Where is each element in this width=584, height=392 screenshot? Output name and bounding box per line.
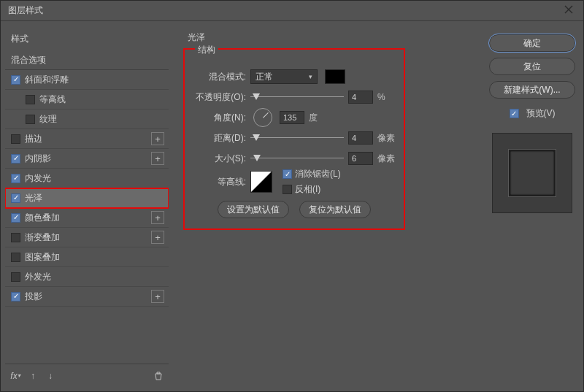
color-swatch[interactable] xyxy=(325,69,345,84)
main-panel: 光泽 结构 混合模式: 正常 ▾ 不透明度(O): xyxy=(173,21,481,391)
opacity-slider[interactable] xyxy=(250,91,344,103)
structure-group: 结构 混合模式: 正常 ▾ 不透明度(O): % xyxy=(183,48,405,230)
sidebar-item-label: 图案叠加 xyxy=(25,251,169,264)
antialias-checkbox[interactable]: 消除锯齿(L) xyxy=(283,168,341,180)
invert-checkbox[interactable]: 反相(I) xyxy=(283,183,341,196)
close-button[interactable] xyxy=(554,1,583,21)
chevron-down-icon: ▾ xyxy=(309,73,312,80)
sidebar-item-label: 光泽 xyxy=(25,192,169,204)
checkbox-icon[interactable] xyxy=(11,253,20,262)
sidebar-footer: fx▾ ↑ ↓ xyxy=(5,364,169,387)
arrow-up-icon[interactable]: ↑ xyxy=(27,370,39,382)
distance-input[interactable] xyxy=(348,131,373,145)
titlebar: 图层样式 xyxy=(1,1,583,21)
styles-sidebar: 样式 混合选项 斜面和浮雕等高线纹理描边+内阴影+内发光光泽颜色叠加+渐变叠加+… xyxy=(1,21,173,391)
reset-button[interactable]: 复位 xyxy=(489,58,575,75)
sidebar-item-label: 描边 xyxy=(25,133,151,145)
close-icon xyxy=(564,5,573,16)
sidebar-item-2[interactable]: 纹理 xyxy=(5,109,169,129)
fx-icon[interactable]: fx▾ xyxy=(9,370,21,382)
blend-mode-label: 混合模式: xyxy=(192,71,246,83)
preview-inner xyxy=(509,150,556,196)
checkbox-icon xyxy=(283,185,292,194)
styles-header: 样式 xyxy=(5,28,169,50)
blend-mode-select[interactable]: 正常 ▾ xyxy=(250,69,318,84)
add-effect-icon[interactable]: + xyxy=(151,290,164,303)
right-column: 确定 复位 新建样式(W)... 预览(V) xyxy=(481,21,583,391)
sidebar-item-3[interactable]: 描边+ xyxy=(5,129,169,149)
angle-unit: 度 xyxy=(309,112,328,124)
checkbox-icon xyxy=(283,169,292,179)
checkbox-icon[interactable] xyxy=(11,213,20,223)
opacity-unit: % xyxy=(377,92,396,102)
sidebar-item-4[interactable]: 内阴影+ xyxy=(5,149,169,169)
checkbox-icon[interactable] xyxy=(11,233,20,242)
checkbox-icon[interactable] xyxy=(11,272,20,282)
new-style-button[interactable]: 新建样式(W)... xyxy=(489,81,575,99)
blend-mode-value: 正常 xyxy=(256,71,273,83)
sidebar-item-0[interactable]: 斜面和浮雕 xyxy=(5,70,169,90)
panel-title: 光泽 xyxy=(188,31,472,44)
sidebar-item-9[interactable]: 图案叠加 xyxy=(5,247,169,267)
checkbox-icon[interactable] xyxy=(11,154,20,164)
size-label: 大小(S): xyxy=(192,153,246,165)
sidebar-item-label: 内阴影 xyxy=(25,153,151,165)
angle-dial[interactable] xyxy=(253,108,272,127)
set-default-button[interactable]: 设置为默认值 xyxy=(218,201,289,218)
sidebar-item-label: 颜色叠加 xyxy=(25,212,151,224)
preview-checkbox[interactable]: 预览(V) xyxy=(510,107,556,120)
distance-label: 距离(D): xyxy=(192,132,246,145)
sidebar-item-6[interactable]: 光泽 xyxy=(5,188,169,208)
invert-label: 反相(I) xyxy=(295,183,320,196)
distance-slider[interactable] xyxy=(250,132,344,144)
antialias-label: 消除锯齿(L) xyxy=(295,168,341,180)
sidebar-item-1[interactable]: 等高线 xyxy=(5,90,169,109)
sidebar-item-7[interactable]: 颜色叠加+ xyxy=(5,208,169,228)
checkbox-icon[interactable] xyxy=(11,75,20,85)
contour-picker[interactable] xyxy=(250,171,272,193)
preview-swatch xyxy=(492,133,572,213)
structure-legend: 结构 xyxy=(195,45,218,55)
opacity-input[interactable] xyxy=(348,91,373,104)
distance-unit: 像素 xyxy=(377,132,396,145)
checkbox-icon[interactable] xyxy=(26,115,35,124)
trash-icon[interactable] xyxy=(153,370,164,382)
sidebar-item-label: 渐变叠加 xyxy=(25,231,151,244)
contour-label: 等高线: xyxy=(192,176,246,188)
sidebar-item-8[interactable]: 渐变叠加+ xyxy=(5,228,169,247)
checkbox-icon[interactable] xyxy=(11,134,20,144)
arrow-down-icon[interactable]: ↓ xyxy=(45,370,56,382)
checkbox-icon[interactable] xyxy=(26,95,35,104)
sidebar-item-label: 投影 xyxy=(25,291,151,303)
size-unit: 像素 xyxy=(377,153,396,165)
sidebar-item-label: 等高线 xyxy=(39,93,169,106)
checkbox-icon[interactable] xyxy=(11,292,20,301)
sidebar-item-11[interactable]: 投影+ xyxy=(5,287,169,307)
sidebar-item-10[interactable]: 外发光 xyxy=(5,267,169,287)
sidebar-item-label: 斜面和浮雕 xyxy=(25,74,169,86)
styles-list: 斜面和浮雕等高线纹理描边+内阴影+内发光光泽颜色叠加+渐变叠加+图案叠加外发光投… xyxy=(5,70,169,364)
ok-button[interactable]: 确定 xyxy=(489,34,575,52)
sidebar-item-label: 外发光 xyxy=(25,271,169,283)
add-effect-icon[interactable]: + xyxy=(151,152,164,165)
angle-input[interactable] xyxy=(280,111,304,124)
reset-default-button[interactable]: 复位为默认值 xyxy=(299,201,371,218)
sidebar-item-label: 内发光 xyxy=(25,172,169,185)
layer-style-dialog: 图层样式 样式 混合选项 斜面和浮雕等高线纹理描边+内阴影+内发光光泽颜色叠加+… xyxy=(0,0,584,392)
size-input[interactable] xyxy=(348,152,373,165)
sidebar-item-label: 纹理 xyxy=(39,113,169,126)
size-slider[interactable] xyxy=(250,153,344,164)
dialog-title: 图层样式 xyxy=(8,4,554,17)
angle-label: 角度(N): xyxy=(192,112,246,124)
checkbox-icon[interactable] xyxy=(11,193,20,203)
checkbox-icon[interactable] xyxy=(11,174,20,183)
blend-options[interactable]: 混合选项 xyxy=(5,50,169,70)
preview-label: 预览(V) xyxy=(526,107,556,120)
opacity-label: 不透明度(O): xyxy=(192,91,246,104)
add-effect-icon[interactable]: + xyxy=(151,132,164,145)
checkbox-icon xyxy=(510,109,519,118)
add-effect-icon[interactable]: + xyxy=(151,211,164,224)
sidebar-item-5[interactable]: 内发光 xyxy=(5,169,169,188)
add-effect-icon[interactable]: + xyxy=(151,231,164,244)
